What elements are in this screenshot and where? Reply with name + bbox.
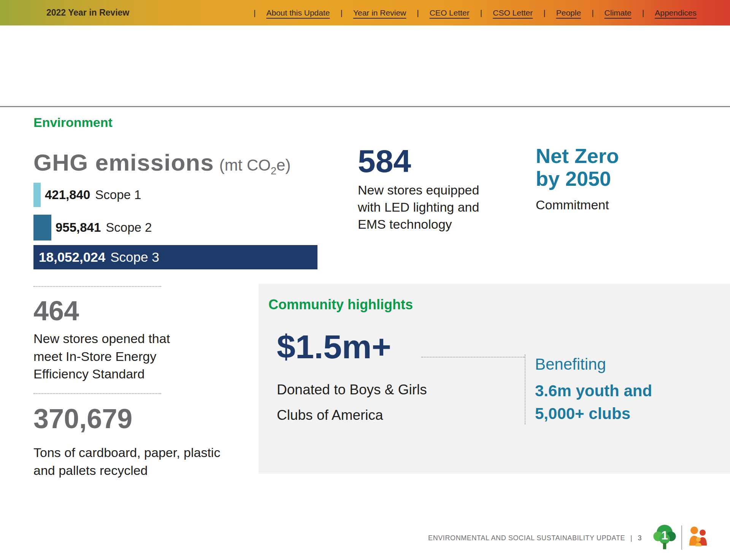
- stat-stores-efficiency-value: 464: [33, 297, 79, 324]
- ghg-title: GHG emissions: [33, 149, 214, 176]
- scope1-label: Scope 1: [95, 188, 141, 202]
- benefit-label: Benefiting: [535, 355, 606, 373]
- stat-led-stores-description: New stores equipped with LED lighting an…: [358, 182, 502, 233]
- nav-link-appendices[interactable]: Appendices: [655, 8, 697, 17]
- scope3-label: Scope 3: [110, 250, 159, 265]
- footer-caption: ENVIRONMENTAL AND SOCIAL SUSTAINABILITY …: [428, 534, 642, 542]
- nav-link-year-in-review[interactable]: Year in Review: [353, 8, 406, 17]
- nav-separator: |: [417, 8, 419, 17]
- bar-row-scope3: 18,052,024 Scope 3: [33, 245, 317, 269]
- nav-separator: |: [340, 8, 342, 17]
- nav-link-people[interactable]: People: [556, 8, 581, 17]
- ghg-unit-subscript: 2: [271, 165, 276, 177]
- nav-link-about-this-update[interactable]: About this Update: [267, 8, 330, 17]
- scope1-value: 421,840: [45, 188, 90, 202]
- stat-recycled-value: 370,679: [33, 405, 132, 432]
- dotted-divider: [33, 393, 161, 394]
- community-heading: Community highlights: [268, 297, 413, 313]
- scope2-bar: [33, 215, 51, 240]
- bar-row-scope1: 421,840 Scope 1: [33, 183, 317, 207]
- donation-description: Donated to Boys & Girls Clubs of America: [277, 377, 455, 428]
- net-zero-line1: Net Zero: [536, 144, 619, 167]
- report-page: 2022 Year in Review | About this Update …: [0, 0, 730, 560]
- nav-link-cso-letter[interactable]: CSO Letter: [493, 8, 533, 17]
- net-zero-line2: by 2050: [536, 167, 619, 190]
- dotted-divider: [33, 286, 161, 287]
- dollar-tree-logo-icon: 1: [652, 524, 677, 552]
- scope1-bar: [33, 183, 41, 207]
- scope3-bar: 18,052,024 Scope 3: [33, 245, 317, 269]
- stat-led-stores-value: 584: [358, 145, 411, 177]
- scope2-value: 955,841: [56, 220, 101, 235]
- scope2-label: Scope 2: [106, 220, 152, 235]
- stat-recycled-description: Tons of cardboard, paper, plastic and pa…: [33, 444, 227, 479]
- ghg-bar-chart: 421,840 Scope 1 955,841 Scope 2 18,052,0…: [33, 183, 317, 269]
- stat-stores-efficiency-description: New stores opened that meet In-Store Ene…: [33, 330, 193, 383]
- page-number: 3: [638, 534, 642, 542]
- scope3-value: 18,052,024: [39, 250, 105, 265]
- nav-separator: |: [480, 8, 482, 17]
- nav-separator: |: [543, 8, 545, 17]
- report-title: 2022 Year in Review: [46, 0, 129, 25]
- ghg-unit: (mt CO2e): [219, 156, 291, 174]
- nav-link-climate[interactable]: Climate: [605, 8, 632, 17]
- ghg-emissions-heading: GHG emissions(mt CO2e): [33, 149, 290, 177]
- nav-separator: |: [254, 8, 256, 17]
- footer-text: ENVIRONMENTAL AND SOCIAL SUSTAINABILITY …: [428, 534, 625, 542]
- dollar-tree-logo-one: 1: [661, 528, 668, 542]
- nav-separator: |: [642, 8, 644, 17]
- dotted-vertical-divider: [525, 354, 525, 424]
- dotted-leader-line: [421, 357, 525, 358]
- header-divider-rule: [0, 106, 730, 107]
- top-nav: | About this Update | Year in Review | C…: [254, 0, 697, 25]
- brand-logos: 1: [652, 524, 709, 552]
- donation-amount: $1.5m+: [277, 330, 391, 364]
- ghg-unit-close: e): [276, 156, 290, 174]
- net-zero-caption: Commitment: [536, 198, 609, 212]
- logo-divider: [681, 525, 682, 550]
- footer-separator: |: [630, 534, 632, 542]
- community-highlights-box: Community highlights $1.5m+ Donated to B…: [259, 284, 730, 474]
- net-zero-headline: Net Zero by 2050: [536, 144, 619, 190]
- benefit-detail: 3.6m youth and 5,000+ clubs: [535, 380, 679, 425]
- nav-link-ceo-letter[interactable]: CEO Letter: [430, 8, 470, 17]
- nav-separator: |: [592, 8, 594, 17]
- family-dollar-logo-icon: [687, 524, 709, 551]
- bar-row-scope2: 955,841 Scope 2: [33, 215, 317, 240]
- top-nav-bar: 2022 Year in Review | About this Update …: [0, 0, 730, 25]
- ghg-unit-open: (mt CO: [219, 156, 271, 174]
- section-label-environment: Environment: [33, 115, 113, 130]
